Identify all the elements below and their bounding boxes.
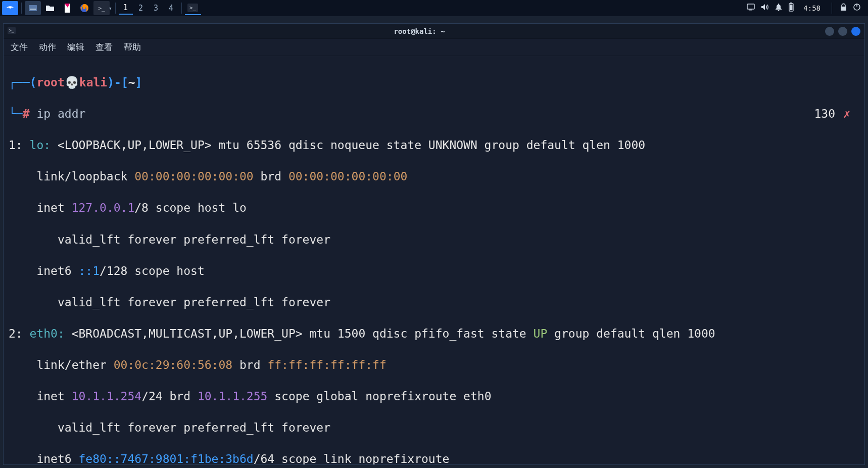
workspace-4[interactable]: 4 <box>164 2 178 15</box>
menu-edit[interactable]: 编辑 <box>67 41 84 53</box>
firefox-icon[interactable] <box>76 1 92 15</box>
cherrytree-icon[interactable] <box>59 1 75 15</box>
prompt-line-1: ┌──(root💀kali)-[~] <box>9 75 859 90</box>
screen-icon[interactable] <box>747 4 755 13</box>
output-line: inet6 fe80::7467:9801:f1be:3b6d/64 scope… <box>9 451 859 464</box>
panel-separator <box>832 3 832 14</box>
menu-action[interactable]: 动作 <box>39 41 56 53</box>
xfce-panel: >_ ▾ 1 2 3 4 >_ 4:58 <box>0 0 868 16</box>
entered-command: ip addr <box>36 107 85 120</box>
lock-icon[interactable] <box>840 3 847 13</box>
exit-mark-icon: ✗ <box>843 106 850 122</box>
output-line: inet6 ::1/128 scope host <box>9 263 859 279</box>
menu-help[interactable]: 帮助 <box>124 41 141 53</box>
panel-separator <box>115 3 116 14</box>
svg-rect-1 <box>30 9 36 10</box>
svg-text:>_: >_ <box>9 28 14 33</box>
panel-tray: 4:58 <box>747 3 866 14</box>
workspace-2[interactable]: 2 <box>134 2 148 15</box>
svg-rect-3 <box>747 4 754 9</box>
panel-separator <box>21 3 22 14</box>
taskbar-terminal-window[interactable]: >_ <box>185 1 201 15</box>
prompt-line-2: └─# ip addr130✗ <box>9 106 859 122</box>
battery-icon[interactable] <box>788 3 794 14</box>
window-maximize-button[interactable] <box>838 27 847 36</box>
terminal-content[interactable]: ┌──(root💀kali)-[~] └─# ip addr130✗ 1: lo… <box>4 56 864 464</box>
terminal-app-icon: >_ <box>8 27 18 35</box>
svg-rect-8 <box>841 7 846 11</box>
window-titlebar[interactable]: >_ root@kali: ~ <box>4 24 864 39</box>
svg-rect-6 <box>790 3 792 4</box>
window-title: root@kali: ~ <box>18 27 821 35</box>
output-line: valid_lft forever preferred_lft forever <box>9 295 859 310</box>
volume-icon[interactable] <box>761 4 769 13</box>
menu-view[interactable]: 查看 <box>95 41 113 53</box>
svg-rect-0 <box>29 5 37 11</box>
output-line: link/loopback 00:00:00:00:00:00 brd 00:0… <box>9 169 859 184</box>
output-line: valid_lft forever preferred_lft forever <box>9 232 859 248</box>
panel-separator <box>181 3 182 14</box>
svg-rect-4 <box>749 10 752 11</box>
svg-rect-7 <box>790 5 793 10</box>
output-line: valid_lft forever preferred_lft forever <box>9 420 859 436</box>
svg-rect-10 <box>856 4 857 7</box>
workspace-3[interactable]: 3 <box>149 2 163 15</box>
power-icon[interactable] <box>853 3 861 13</box>
workspace-1[interactable]: 1 <box>119 2 133 15</box>
kali-menu-icon[interactable] <box>2 1 18 15</box>
output-line: inet 10.1.1.254/24 brd 10.1.1.255 scope … <box>9 389 859 404</box>
notifications-icon[interactable] <box>775 3 782 13</box>
terminal-launcher-dropdown-icon[interactable]: ▾ <box>109 5 112 12</box>
file-manager-icon[interactable] <box>42 1 58 15</box>
skull-icon: 💀 <box>65 76 79 89</box>
output-line: link/ether 00:0c:29:60:56:08 brd ff:ff:f… <box>9 357 859 373</box>
show-desktop-icon[interactable] <box>25 1 41 15</box>
terminal-scrollbar[interactable] <box>858 24 864 464</box>
output-line: 1: lo: <LOOPBACK,UP,LOWER_UP> mtu 65536 … <box>9 137 859 153</box>
window-minimize-button[interactable] <box>825 27 834 36</box>
terminal-menubar: 文件 动作 编辑 查看 帮助 <box>4 39 864 56</box>
menu-file[interactable]: 文件 <box>11 41 28 53</box>
terminal-launcher-icon[interactable]: >_ <box>93 1 110 15</box>
exit-code: 130 <box>814 106 835 122</box>
clock[interactable]: 4:58 <box>800 4 824 12</box>
output-line: 2: eth0: <BROADCAST,MULTICAST,UP,LOWER_U… <box>9 326 859 342</box>
terminal-window: >_ root@kali: ~ 文件 动作 编辑 查看 帮助 ┌──(root💀… <box>3 23 865 465</box>
output-line: inet 127.0.0.1/8 scope host lo <box>9 200 859 216</box>
